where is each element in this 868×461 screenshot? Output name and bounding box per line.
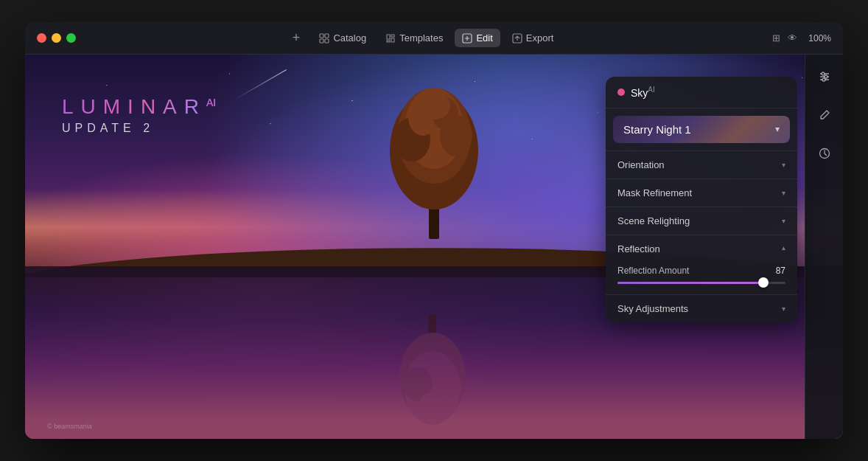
nav-right: ⊞ 👁 100% <box>770 30 843 46</box>
export-icon <box>512 33 522 44</box>
add-button[interactable]: + <box>285 30 308 46</box>
svg-rect-1 <box>325 34 329 38</box>
svg-rect-3 <box>325 39 329 43</box>
svg-point-20 <box>419 392 446 416</box>
pencil-icon <box>819 109 830 121</box>
view-toggle: ⊞ 👁 <box>770 30 799 46</box>
sky-selector[interactable]: Starry Night 1 ▾ <box>613 116 790 143</box>
reflection-label: Reflection <box>617 243 660 254</box>
reflection-chevron-icon: ▾ <box>782 245 785 253</box>
pencil-icon-button[interactable] <box>811 102 838 128</box>
right-panel <box>805 55 843 439</box>
export-label: Export <box>526 32 554 44</box>
fullscreen-button[interactable] <box>66 33 76 43</box>
orientation-header[interactable]: Orientation ▾ <box>606 151 797 178</box>
edit-label: Edit <box>476 32 492 44</box>
catalog-icon <box>319 33 329 44</box>
svg-point-26 <box>822 78 825 81</box>
sky-selector-value: Starry Night 1 <box>623 123 691 136</box>
sky-dot <box>617 89 625 96</box>
mask-refinement-section: Mask Refinement ▾ <box>606 178 797 207</box>
templates-icon <box>385 33 396 44</box>
scene-relighting-section: Scene Relighting ▾ <box>606 207 797 235</box>
nav-center: + Catalog Templates <box>76 29 770 47</box>
sliders-icon-button[interactable] <box>811 63 838 90</box>
export-nav-button[interactable]: Export <box>505 29 561 47</box>
mask-refinement-label: Mask Refinement <box>617 187 692 198</box>
tree-container <box>368 77 500 242</box>
minimize-button[interactable] <box>52 33 61 43</box>
reflection-content: Reflection Amount 87 <box>606 263 797 294</box>
sky-selector-chevron-icon: ▾ <box>775 124 780 134</box>
sky-ai-badge: AI <box>648 86 654 94</box>
logo-ai-badge: AI <box>206 97 216 108</box>
history-icon-button[interactable] <box>811 140 838 167</box>
reflection-section: Reflection ▾ Reflection Amount 87 <box>606 235 797 294</box>
sky-adjustments-chevron-icon: ▾ <box>782 305 785 313</box>
svg-point-24 <box>822 72 825 75</box>
title-bar: + Catalog Templates <box>25 22 843 55</box>
svg-rect-0 <box>320 34 323 38</box>
edit-icon <box>462 33 472 44</box>
logo-name: LUMINAR <box>62 95 206 118</box>
tree-silhouette <box>368 77 500 239</box>
svg-point-25 <box>825 75 827 78</box>
reflection-amount-row: Reflection Amount 87 <box>617 266 785 276</box>
mask-refinement-header[interactable]: Mask Refinement ▾ <box>606 179 797 207</box>
logo-update: UPDATE 2 <box>62 122 216 135</box>
sky-panel: SkyAI Starry Night 1 ▾ Orientation ▾ Mas… <box>606 77 797 322</box>
scene-relighting-chevron-icon: ▾ <box>782 217 785 225</box>
logo-area: LUMINARAI UPDATE 2 <box>62 95 216 135</box>
slider-fill <box>617 282 763 284</box>
sky-panel-header: SkyAI <box>606 77 797 108</box>
view-split-icon[interactable]: ⊞ <box>770 30 783 46</box>
traffic-lights <box>25 33 76 43</box>
sky-adjustments-section: Sky Adjustments ▾ <box>606 294 797 322</box>
view-eye-icon[interactable]: 👁 <box>785 30 799 46</box>
main-content: LUMINARAI UPDATE 2 © beamsmania <box>25 55 843 439</box>
catalog-label: Catalog <box>333 32 366 44</box>
sky-adjustments-label: Sky Adjustments <box>617 303 688 314</box>
sky-label: SkyAI <box>631 86 785 99</box>
sliders-icon <box>818 70 831 83</box>
orientation-chevron-icon: ▾ <box>782 161 785 169</box>
reflection-header[interactable]: Reflection ▾ <box>606 235 797 263</box>
logo-text: LUMINARAI <box>62 95 216 119</box>
mask-refinement-chevron-icon: ▾ <box>782 189 785 197</box>
zoom-level[interactable]: 100% <box>808 33 831 44</box>
slider-thumb[interactable] <box>758 277 769 288</box>
scene-relighting-label: Scene Relighting <box>617 215 690 226</box>
copyright-text: © beamsmania <box>47 423 92 430</box>
reflection-amount-label: Reflection Amount <box>617 266 689 276</box>
sky-label-text: Sky <box>631 87 648 99</box>
orientation-label: Orientation <box>617 159 665 170</box>
tree-reflection <box>382 314 486 432</box>
sky-adjustments-header[interactable]: Sky Adjustments ▾ <box>606 295 797 322</box>
history-icon <box>818 147 831 160</box>
reflection-amount-slider[interactable] <box>617 282 785 284</box>
close-button[interactable] <box>37 33 46 43</box>
app-window: + Catalog Templates <box>25 22 843 439</box>
catalog-nav-button[interactable]: Catalog <box>312 29 374 47</box>
templates-nav-button[interactable]: Templates <box>378 29 450 47</box>
svg-rect-2 <box>320 39 323 43</box>
svg-point-14 <box>418 93 450 119</box>
orientation-section: Orientation ▾ <box>606 150 797 178</box>
edit-nav-button[interactable]: Edit <box>455 29 500 47</box>
scene-relighting-header[interactable]: Scene Relighting ▾ <box>606 207 797 235</box>
reflection-amount-value: 87 <box>776 266 785 276</box>
templates-label: Templates <box>399 32 443 44</box>
